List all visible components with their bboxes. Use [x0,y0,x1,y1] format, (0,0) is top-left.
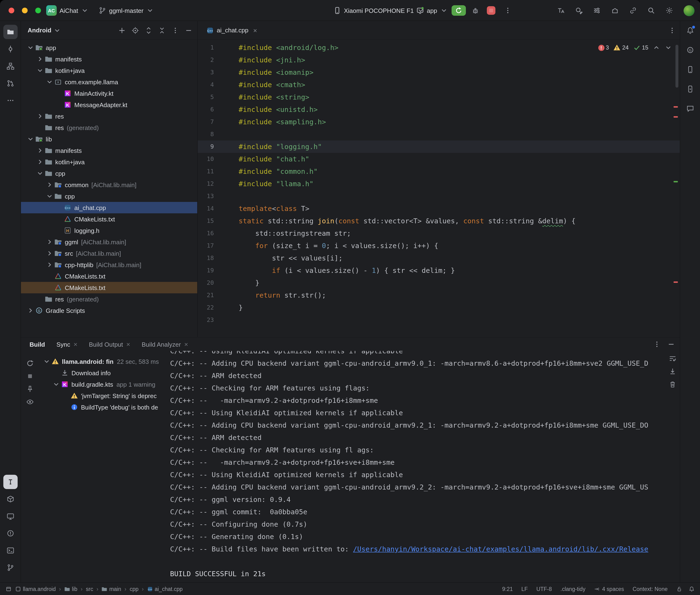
code-line-3[interactable]: 3#include <iomanip> [198,66,680,79]
inspections-widget[interactable]: !3 24 15 [598,44,672,51]
breadcrumb-item-llama-android[interactable]: llama.android [15,586,56,592]
change-stripe-mark[interactable] [674,181,678,182]
filter-sliders-icon[interactable] [593,7,600,14]
tool-strip-button-problems[interactable] [3,526,18,540]
code-line-11[interactable]: 11#include "common.h" [198,165,680,178]
editor-scrollbar[interactable] [675,45,678,88]
soft-wrap-icon[interactable] [669,355,676,362]
status-item-lf[interactable]: LF [521,586,528,592]
chevron-down-icon[interactable] [52,380,60,388]
tree-item-ggml[interactable]: ggml[AiChat.lib.main] [21,236,197,248]
project-widget[interactable]: AC AiChat [46,0,89,21]
preview-icon[interactable] [26,398,34,406]
build-console[interactable]: C/C++: -- Using KleidiAI optimized kerne… [170,351,666,582]
search-icon[interactable] [647,7,655,14]
tree-item-mainactivity-kt[interactable]: KMainActivity.kt [21,88,197,99]
bell-small-icon[interactable] [689,586,694,592]
scroll-to-end-icon[interactable] [669,368,676,375]
collapse-all-icon[interactable] [158,26,166,34]
tree-item-cpp[interactable]: cpp [21,168,197,179]
tree-item-res[interactable]: res(generated) [21,293,197,305]
tool-strip-button-commit[interactable] [3,42,18,56]
status-item-context-none[interactable]: Context: None [633,586,668,592]
code-line-16[interactable]: 16 std::ostringstream str; [198,227,680,239]
pin-icon[interactable] [26,385,34,393]
tree-item-lib[interactable]: lib [21,133,197,145]
previous-issue-icon[interactable] [653,44,660,51]
error-stripe-mark[interactable] [674,106,678,108]
chevron-right-icon[interactable] [36,112,44,120]
tool-strip-button-project-folder[interactable] [3,25,18,39]
tree-item-common[interactable]: common[AiChat.lib.main] [21,179,197,191]
tree-item-cmakelists-txt[interactable]: CMakeLists.txt [21,282,197,293]
right-strip-running-devices[interactable] [686,85,694,94]
code-line-12[interactable]: 12#include "llama.h" [198,178,680,190]
options-icon[interactable] [171,26,179,34]
tree-item-kotlin-java[interactable]: kotlin+java [21,65,197,76]
breadcrumb-item-main[interactable]: main [102,586,121,592]
link-icon[interactable] [629,7,637,14]
chevron-down-icon[interactable] [46,192,53,200]
error-stripe-mark[interactable] [674,281,678,283]
error-count[interactable]: !3 [598,44,609,51]
status-item-4-spaces[interactable]: 4 spaces [594,586,624,592]
tree-item-cpp[interactable]: cpp [21,191,197,202]
tree-item-manifests[interactable]: manifests [21,53,197,65]
tree-item-manifests[interactable]: manifests [21,145,197,156]
right-strip-notifications[interactable] [686,27,694,36]
tree-item-cmakelists-txt[interactable]: CMakeLists.txt [21,271,197,282]
run-button[interactable] [452,5,466,16]
tool-strip-button-more[interactable] [3,93,18,108]
unlock-icon[interactable] [676,586,682,592]
code-line-19[interactable]: 19 if (i < values.size() - 1) { str << d… [198,264,680,277]
close-tab-icon[interactable]: × [126,341,130,348]
code-line-17[interactable]: 17 for (size_t i = 0; i < values.size();… [198,239,680,252]
breadcrumb-item-lib[interactable]: lib [64,586,77,592]
close-tab-icon[interactable]: × [184,341,188,348]
status-item-9-21[interactable]: 9:21 [502,586,513,592]
breadcrumb-item-cpp[interactable]: cpp [130,586,138,592]
chevron-right-icon[interactable] [36,55,44,63]
code-line-13[interactable]: 13 [198,190,680,202]
editor-options-icon[interactable] [668,27,676,34]
code-line-9[interactable]: 9#include "logging.h" [198,140,680,153]
chevron-right-icon[interactable] [46,261,53,268]
stop-square-icon[interactable] [26,372,34,380]
code-line-23[interactable]: 23 [198,314,680,326]
add-icon[interactable] [118,26,126,34]
code-line-18[interactable]: 18 str << values[i]; [198,252,680,264]
tree-item-cpp-httplib[interactable]: cpp-httplib[AiChat.lib.main] [21,259,197,271]
code-line-6[interactable]: 6#include <unistd.h> [198,103,680,116]
build-tab-build-output[interactable]: Build Output× [89,341,130,348]
clear-icon[interactable] [669,380,676,388]
chevron-right-icon[interactable] [36,147,44,154]
more-run-actions-icon[interactable] [504,7,512,14]
close-tab-icon[interactable]: × [253,27,257,34]
device-selector[interactable]: Xiaomi POCOPHONE F1 [333,0,424,21]
tree-item-src[interactable]: src[AiChat.lib.main] [21,248,197,259]
build-tree-item[interactable]: 'jvmTarget: String' is deprec [43,390,186,401]
tool-strip-button-packages[interactable] [3,492,18,506]
code-line-20[interactable]: 20 } [198,277,680,289]
code-line-8[interactable]: 8 [198,128,680,140]
code-line-7[interactable]: 7#include <sampling.h> [198,116,680,128]
build-tab-build[interactable]: Build [30,341,45,348]
close-window-button[interactable] [8,8,14,13]
code-line-4[interactable]: 4#include <cmath> [198,79,680,91]
code-line-14[interactable]: 14template<class T> [198,202,680,215]
code-line-10[interactable]: 10#include "chat.h" [198,153,680,165]
chevron-down-icon[interactable] [36,67,44,74]
passed-count[interactable]: 15 [633,44,648,51]
editor-tab-ai-chat-cpp[interactable]: C++ ai_chat.cpp × [201,21,262,39]
build-tree-item[interactable]: Kbuild.gradle.ktsapp 1 warning [43,378,186,390]
search-edit-icon[interactable] [575,7,582,14]
chevron-right-icon[interactable] [46,181,53,189]
chevron-down-icon[interactable] [27,44,34,51]
code-area[interactable]: 1#include <android/log.h>2#include <jni.… [198,40,680,337]
build-tree-item[interactable]: BuildType 'debug' is both de [43,401,186,413]
build-tree-item[interactable]: Download info [43,367,186,378]
tree-item-res[interactable]: res(generated) [21,122,197,133]
hide-build-panel-icon[interactable] [667,340,675,348]
tool-strip-button-text-tool[interactable] [3,475,18,489]
right-strip-gradle[interactable]: G [686,46,694,55]
